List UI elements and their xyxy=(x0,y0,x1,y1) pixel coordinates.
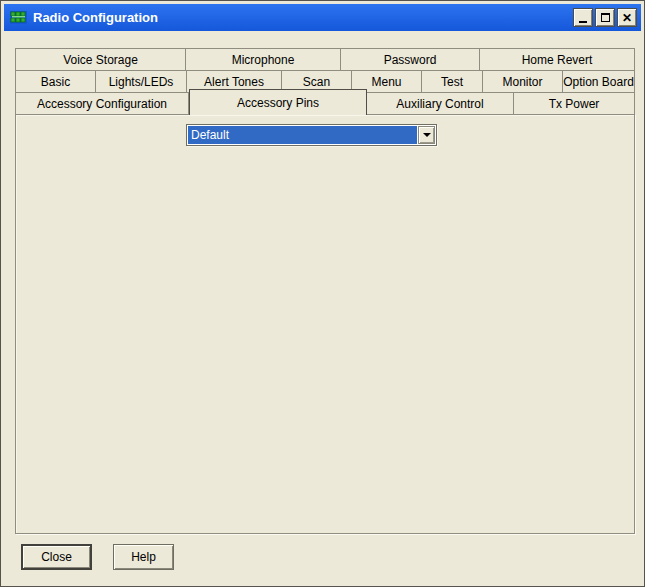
maximize-button[interactable] xyxy=(595,8,615,27)
tab-test[interactable]: Test xyxy=(422,70,483,92)
help-button[interactable]: Help xyxy=(113,544,174,570)
tab-lights-leds[interactable]: Lights/LEDs xyxy=(96,70,187,92)
tab-accessory-configuration[interactable]: Accessory Configuration xyxy=(15,92,189,114)
radio-configuration-window: Radio Configuration ✕ Voice Storage Micr… xyxy=(0,0,645,587)
tab-option-board[interactable]: Option Board xyxy=(563,70,635,92)
tab-row-1: Voice Storage Microphone Password Home R… xyxy=(15,48,635,70)
close-button[interactable]: Close xyxy=(21,544,92,570)
window-title: Radio Configuration xyxy=(33,10,573,25)
titlebar[interactable]: Radio Configuration ✕ xyxy=(4,4,641,31)
tab-password[interactable]: Password xyxy=(341,48,480,70)
accessory-pins-panel xyxy=(15,114,635,534)
close-icon: ✕ xyxy=(622,12,632,24)
tab-row-3: Accessory Configuration Accessory Pins A… xyxy=(15,92,635,114)
tab-microphone[interactable]: Microphone xyxy=(186,48,341,70)
app-icon xyxy=(10,10,27,25)
chevron-down-icon[interactable] xyxy=(418,126,435,144)
minimize-button[interactable] xyxy=(573,8,593,27)
tab-accessory-pins[interactable]: Accessory Pins xyxy=(189,89,367,115)
dropdown-arrow-icon xyxy=(423,133,431,137)
maximize-icon xyxy=(601,13,610,22)
tab-basic[interactable]: Basic xyxy=(15,70,96,92)
close-window-button[interactable]: ✕ xyxy=(617,8,637,27)
tab-tx-power[interactable]: Tx Power xyxy=(514,92,635,114)
tab-auxiliary-control[interactable]: Auxiliary Control xyxy=(367,92,514,114)
accessory-package-value: Default xyxy=(188,126,417,144)
tab-monitor[interactable]: Monitor xyxy=(483,70,563,92)
tab-home-revert[interactable]: Home Revert xyxy=(480,48,635,70)
accessory-package-select[interactable]: Default xyxy=(186,124,437,146)
minimize-icon xyxy=(579,21,587,23)
tab-voice-storage[interactable]: Voice Storage xyxy=(15,48,186,70)
